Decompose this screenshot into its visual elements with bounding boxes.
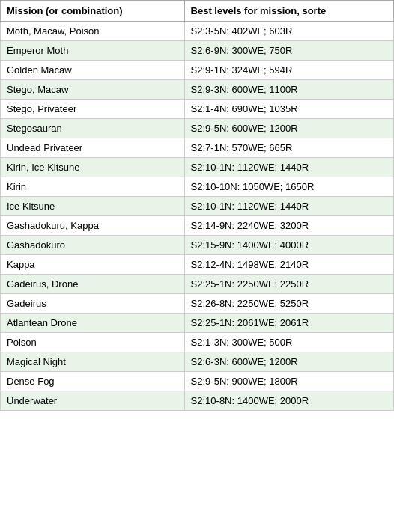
table-header-row: Mission (or combination) Best levels for… xyxy=(1,1,394,22)
levels-cell: S2:6-3N: 600WE; 1200R xyxy=(184,352,393,372)
table-row: PoisonS2:1-3N: 300WE; 500R xyxy=(1,333,394,352)
levels-cell: S2:9-5N: 600WE; 1200R xyxy=(184,119,393,138)
mission-cell: Gashadokuro xyxy=(1,236,185,255)
mission-cell: Ice Kitsune xyxy=(1,197,185,216)
mission-cell: Kappa xyxy=(1,255,185,275)
mission-cell: Emperor Moth xyxy=(1,41,185,61)
mission-cell: Gadeirus, Drone xyxy=(1,275,185,294)
mission-cell: Poison xyxy=(1,333,185,352)
table-row: KirinS2:10-10N: 1050WE; 1650R xyxy=(1,177,394,197)
table-row: Stego, MacawS2:9-3N: 600WE; 1100R xyxy=(1,80,394,100)
table-row: Gadeirus, DroneS2:25-1N: 2250WE; 2250R xyxy=(1,275,394,294)
mission-cell: Gadeirus xyxy=(1,294,185,314)
table-row: UnderwaterS2:10-8N: 1400WE; 2000R xyxy=(1,391,394,411)
levels-cell: S2:6-9N: 300WE; 750R xyxy=(184,41,393,61)
mission-cell: Moth, Macaw, Poison xyxy=(1,22,185,41)
mission-cell: Atlantean Drone xyxy=(1,314,185,333)
levels-cell: S2:10-1N: 1120WE; 1440R xyxy=(184,158,393,177)
levels-cell: S2:25-1N: 2250WE; 2250R xyxy=(184,275,393,294)
table-row: GadeirusS2:26-8N: 2250WE; 5250R xyxy=(1,294,394,314)
levels-cell: S2:9-5N: 900WE; 1800R xyxy=(184,372,393,391)
mission-cell: Magical Night xyxy=(1,352,185,372)
levels-cell: S2:10-1N: 1120WE; 1440R xyxy=(184,197,393,216)
mission-cell: Underwater xyxy=(1,391,185,411)
levels-cell: S2:26-8N: 2250WE; 5250R xyxy=(184,294,393,314)
levels-cell: S2:1-4N: 690WE; 1035R xyxy=(184,100,393,119)
levels-cell: S2:10-8N: 1400WE; 2000R xyxy=(184,391,393,411)
table-row: Magical NightS2:6-3N: 600WE; 1200R xyxy=(1,352,394,372)
table-row: Kirin, Ice KitsuneS2:10-1N: 1120WE; 1440… xyxy=(1,158,394,177)
table-row: StegosauranS2:9-5N: 600WE; 1200R xyxy=(1,119,394,138)
levels-cell: S2:12-4N: 1498WE; 2140R xyxy=(184,255,393,275)
table-row: Moth, Macaw, PoisonS2:3-5N: 402WE; 603R xyxy=(1,22,394,41)
mission-cell: Golden Macaw xyxy=(1,61,185,80)
table-row: Gashadokuru, KappaS2:14-9N: 2240WE; 3200… xyxy=(1,216,394,236)
mission-cell: Undead Privateer xyxy=(1,138,185,158)
table-row: KappaS2:12-4N: 1498WE; 2140R xyxy=(1,255,394,275)
table-row: Emperor MothS2:6-9N: 300WE; 750R xyxy=(1,41,394,61)
mission-cell: Kirin, Ice Kitsune xyxy=(1,158,185,177)
levels-cell: S2:10-10N: 1050WE; 1650R xyxy=(184,177,393,197)
table-row: Undead PrivateerS2:7-1N: 570WE; 665R xyxy=(1,138,394,158)
mission-cell: Kirin xyxy=(1,177,185,197)
mission-cell: Stego, Macaw xyxy=(1,80,185,100)
header-levels: Best levels for mission, sorte xyxy=(184,1,393,22)
table-row: GashadokuroS2:15-9N: 1400WE; 4000R xyxy=(1,236,394,255)
table-row: Ice KitsuneS2:10-1N: 1120WE; 1440R xyxy=(1,197,394,216)
table-row: Golden MacawS2:9-1N: 324WE; 594R xyxy=(1,61,394,80)
mission-cell: Dense Fog xyxy=(1,372,185,391)
levels-cell: S2:3-5N: 402WE; 603R xyxy=(184,22,393,41)
levels-cell: S2:7-1N: 570WE; 665R xyxy=(184,138,393,158)
levels-cell: S2:9-1N: 324WE; 594R xyxy=(184,61,393,80)
mission-cell: Stego, Privateer xyxy=(1,100,185,119)
mission-cell: Gashadokuru, Kappa xyxy=(1,216,185,236)
header-mission: Mission (or combination) xyxy=(1,1,185,22)
levels-cell: S2:14-9N: 2240WE; 3200R xyxy=(184,216,393,236)
mission-cell: Stegosauran xyxy=(1,119,185,138)
table-row: Dense FogS2:9-5N: 900WE; 1800R xyxy=(1,372,394,391)
levels-cell: S2:9-3N: 600WE; 1100R xyxy=(184,80,393,100)
levels-cell: S2:1-3N: 300WE; 500R xyxy=(184,333,393,352)
table-row: Stego, PrivateerS2:1-4N: 690WE; 1035R xyxy=(1,100,394,119)
levels-cell: S2:15-9N: 1400WE; 4000R xyxy=(184,236,393,255)
table-row: Atlantean DroneS2:25-1N: 2061WE; 2061R xyxy=(1,314,394,333)
missions-table: Mission (or combination) Best levels for… xyxy=(0,0,394,411)
levels-cell: S2:25-1N: 2061WE; 2061R xyxy=(184,314,393,333)
